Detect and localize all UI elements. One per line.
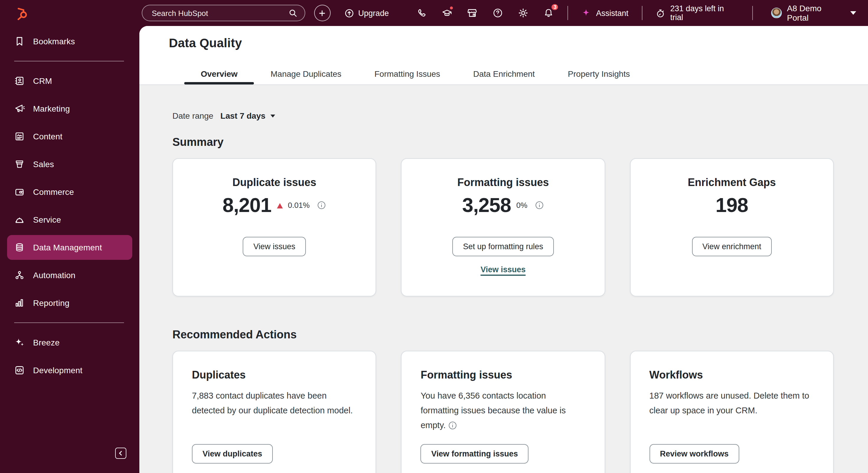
info-icon[interactable]	[317, 201, 326, 210]
delta-percent: 0%	[516, 201, 528, 210]
sidebar-item-label: Bookmarks	[33, 37, 75, 46]
search-icon	[288, 8, 298, 18]
date-range-row: Date range Last 7 days	[173, 111, 834, 121]
sidebar-item-commerce[interactable]: Commerce	[7, 180, 132, 204]
review-workflows-button[interactable]: Review workflows	[649, 444, 739, 464]
database-icon	[14, 242, 25, 253]
view-formatting-issues-button[interactable]: View formatting issues	[421, 444, 529, 464]
info-icon[interactable]	[535, 201, 544, 210]
sidebar-item-breeze[interactable]: Breeze	[7, 330, 132, 355]
sidebar-nav: Bookmarks CRM Marketing Content Sales	[0, 26, 140, 386]
wallet-icon	[14, 187, 25, 197]
crm-contacts-icon	[14, 75, 25, 86]
delta-percent: 0.01%	[288, 201, 310, 210]
content-page-icon	[14, 131, 25, 142]
assistant-sparkle-icon	[581, 8, 591, 18]
sidebar-item-development[interactable]: Development	[7, 358, 132, 383]
card-title: Formatting issues	[402, 177, 604, 189]
settings-icon[interactable]	[518, 8, 529, 18]
sidebar-item-sales[interactable]: Sales	[7, 152, 132, 177]
trial-label: 231 days left in trial	[670, 4, 738, 22]
tab-bar: Overview Manage Duplicates Formatting Is…	[184, 64, 646, 85]
view-issues-button[interactable]: View issues	[243, 237, 306, 256]
topbar-icon-group: 3	[416, 8, 554, 18]
assistant-button[interactable]: Assistant	[581, 8, 628, 18]
code-icon	[14, 365, 25, 376]
chevron-left-icon	[118, 450, 124, 456]
metric-row: 3,258 0%	[402, 194, 604, 217]
bar-chart-icon	[14, 297, 25, 308]
summary-card-enrichment-gaps: Enrichment Gaps 198 View enrichment	[630, 158, 834, 296]
date-range-select[interactable]: Last 7 days	[221, 111, 275, 121]
recommended-actions-heading: Recommended Actions	[173, 328, 834, 341]
search-input[interactable]	[152, 8, 288, 18]
sidebar-item-automation[interactable]: Automation	[7, 263, 132, 288]
action-card-workflows: Workflows 187 workflows are unused. Dele…	[630, 351, 834, 473]
sidebar-item-data-management[interactable]: Data Management	[7, 235, 132, 260]
card-title: Workflows	[649, 369, 814, 381]
tab-formatting-issues[interactable]: Formatting Issues	[358, 64, 457, 85]
page-panel: Data Quality Overview Manage Duplicates …	[140, 26, 868, 473]
upgrade-button[interactable]: Upgrade	[344, 8, 389, 18]
academy-icon[interactable]	[442, 8, 453, 18]
notifications-icon[interactable]: 3	[544, 8, 554, 18]
main-column: Upgrade	[140, 0, 868, 473]
account-menu[interactable]: A8 Demo Portal	[771, 4, 856, 23]
sidebar-item-label: Service	[33, 215, 61, 224]
tab-data-enrichment[interactable]: Data Enrichment	[457, 64, 552, 85]
tab-overview[interactable]: Overview	[184, 64, 254, 85]
global-search[interactable]	[142, 5, 305, 21]
create-button[interactable]	[314, 5, 331, 21]
gear-glyph	[518, 8, 529, 18]
card-title: Enrichment Gaps	[630, 177, 833, 189]
help-icon[interactable]	[493, 8, 503, 18]
metric-value: 3,258	[462, 194, 511, 217]
page-title: Data Quality	[169, 36, 242, 50]
sidebar-item-service[interactable]: Service	[7, 207, 132, 232]
topbar-divider	[752, 6, 753, 20]
view-issues-link[interactable]: View issues	[480, 265, 526, 274]
recommended-cards: Duplicates 7,883 contact duplicates have…	[173, 351, 834, 473]
tab-manage-duplicates[interactable]: Manage Duplicates	[254, 64, 358, 85]
calling-icon[interactable]	[416, 8, 427, 18]
topbar: Upgrade	[140, 0, 868, 26]
upgrade-label: Upgrade	[358, 8, 389, 18]
marketplace-icon[interactable]	[467, 8, 478, 18]
topbar-divider	[642, 6, 643, 20]
sparkle-icon	[14, 337, 25, 348]
card-body: 187 workflows are unused. Delete them to…	[649, 388, 814, 435]
portal-name: A8 Demo Portal	[787, 4, 845, 23]
topbar-divider	[568, 6, 568, 20]
date-range-value: Last 7 days	[221, 111, 266, 121]
sidebar-item-bookmarks[interactable]: Bookmarks	[7, 29, 132, 54]
sidebar-collapse-button[interactable]	[115, 448, 126, 459]
tab-property-insights[interactable]: Property Insights	[551, 64, 646, 85]
sidebar-item-label: Breeze	[33, 338, 60, 347]
card-body: 7,883 contact duplicates have been detec…	[192, 388, 357, 435]
summary-heading: Summary	[173, 136, 834, 149]
service-bell-icon	[14, 214, 25, 225]
view-duplicates-button[interactable]: View duplicates	[192, 444, 273, 464]
sidebar-item-label: Reporting	[33, 298, 69, 308]
setup-formatting-rules-button[interactable]: Set up formatting rules	[452, 237, 554, 256]
sidebar-item-label: CRM	[33, 76, 52, 86]
hubspot-app: Bookmarks CRM Marketing Content Sales	[0, 0, 868, 473]
card-title: Duplicate issues	[173, 177, 376, 189]
trial-countdown[interactable]: 231 days left in trial	[656, 4, 739, 22]
sidebar-item-marketing[interactable]: Marketing	[7, 96, 132, 121]
avatar	[771, 8, 782, 18]
sidebar-item-reporting[interactable]: Reporting	[7, 290, 132, 315]
sidebar-item-crm[interactable]: CRM	[7, 68, 132, 93]
page-header: Data Quality Overview Manage Duplicates …	[140, 26, 868, 85]
action-card-duplicates: Duplicates 7,883 contact duplicates have…	[173, 351, 376, 473]
view-enrichment-button[interactable]: View enrichment	[692, 237, 772, 256]
info-icon[interactable]	[448, 421, 457, 430]
sidebar-item-label: Development	[33, 366, 82, 375]
sidebar-item-label: Sales	[33, 159, 54, 169]
page-content: Date range Last 7 days Summary Duplicate…	[140, 85, 868, 473]
stopwatch-icon	[656, 8, 666, 18]
hubspot-logo-icon[interactable]	[15, 7, 28, 21]
delta-up-icon	[277, 203, 283, 209]
summary-card-formatting-issues: Formatting issues 3,258 0% Set up format…	[401, 158, 605, 296]
sidebar-item-content[interactable]: Content	[7, 124, 132, 149]
